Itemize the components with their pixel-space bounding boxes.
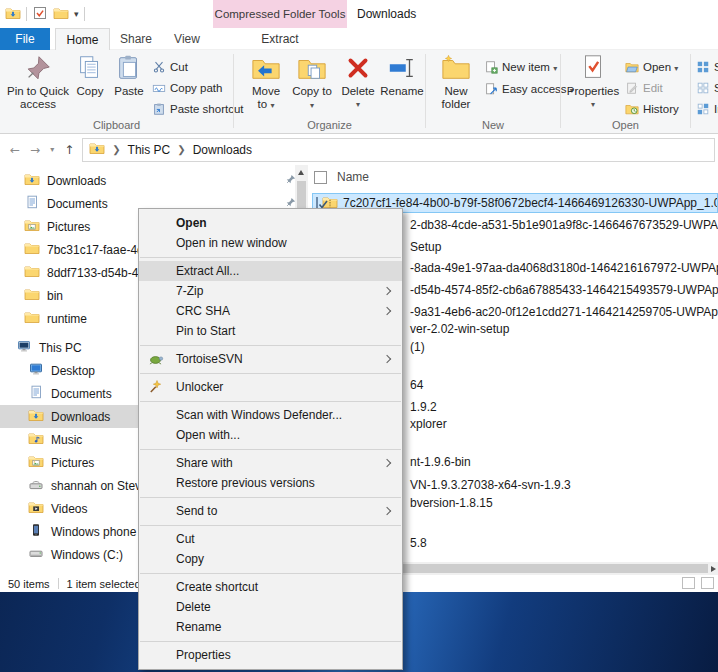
menu-item-cut[interactable]: Cut bbox=[139, 529, 402, 549]
menu-item-scan-with-windows-defender[interactable]: Scan with Windows Defender... bbox=[139, 405, 402, 425]
file-row[interactable]: xplorer bbox=[410, 417, 447, 433]
open-button[interactable]: Open ▾ bbox=[625, 58, 678, 76]
menu-item-delete[interactable]: Delete bbox=[139, 597, 402, 617]
file-row[interactable]: -9a31-4eb6-ac20-0f12e1cdd271-14642142597… bbox=[410, 305, 718, 321]
invert-selection-button[interactable]: Invert selection bbox=[696, 100, 718, 118]
tab-extract[interactable]: Extract bbox=[213, 28, 347, 50]
cut-button[interactable]: Cut bbox=[152, 58, 188, 76]
details-view-icon[interactable] bbox=[682, 577, 695, 589]
menu-separator bbox=[140, 257, 401, 258]
menu-item-tortoisesvn[interactable]: TortoiseSVN bbox=[139, 349, 402, 369]
recent-locations-icon[interactable]: ▾ bbox=[50, 145, 54, 154]
rename-button[interactable]: Rename bbox=[380, 53, 424, 98]
tortoise-icon bbox=[148, 351, 164, 373]
history-button[interactable]: History bbox=[625, 100, 679, 118]
menu-item-send-to[interactable]: Send to bbox=[139, 501, 402, 521]
new-item-button[interactable]: New item ▾ bbox=[484, 58, 557, 76]
paste-shortcut-button[interactable]: Paste shortcut bbox=[152, 100, 244, 118]
file-row[interactable]: -8ada-49e1-97aa-da4068d3180d-14642161679… bbox=[410, 261, 718, 277]
large-icons-view-icon[interactable] bbox=[701, 577, 714, 589]
file-row[interactable]: VN-1.9.3.27038-x64-svn-1.9.3 bbox=[410, 478, 571, 494]
tab-file[interactable]: File bbox=[0, 28, 50, 50]
properties-quick-icon[interactable] bbox=[32, 5, 48, 24]
breadcrumb-this-pc[interactable]: This PC bbox=[128, 143, 171, 157]
menu-item-rename[interactable]: Rename bbox=[139, 617, 402, 637]
copy-path-icon bbox=[152, 81, 166, 95]
clipboard-group-label: Clipboard bbox=[0, 119, 233, 131]
ribbon-group-clipboard: Pin to Quick access Copy Paste Cut Copy … bbox=[0, 50, 233, 133]
breadcrumb-downloads[interactable]: Downloads bbox=[193, 143, 252, 157]
back-icon[interactable]: ← bbox=[10, 143, 20, 157]
menu-item-properties[interactable]: Properties bbox=[139, 645, 402, 665]
ribbon: Pin to Quick access Copy Paste Cut Copy … bbox=[0, 50, 718, 134]
menu-item-crc-sha[interactable]: CRC SHA bbox=[139, 301, 402, 321]
menu-item-create-shortcut[interactable]: Create shortcut bbox=[139, 577, 402, 597]
menu-item-copy[interactable]: Copy bbox=[139, 549, 402, 569]
submenu-chevron-icon bbox=[383, 307, 391, 315]
file-row[interactable]: (1) bbox=[410, 340, 425, 356]
file-row[interactable]: ver-2.02-win-setup bbox=[410, 322, 509, 338]
tab-home[interactable]: Home bbox=[55, 28, 110, 50]
move-to-button[interactable]: Move to ▾ bbox=[246, 53, 286, 112]
select-none-button[interactable]: Select none bbox=[696, 79, 718, 97]
file-row[interactable]: 5.8 bbox=[410, 536, 427, 552]
menu-item-share-with[interactable]: Share with bbox=[139, 453, 402, 473]
menu-item-pin-to-start[interactable]: Pin to Start bbox=[139, 321, 402, 341]
menu-item-open-with[interactable]: Open with... bbox=[139, 425, 402, 445]
copy-path-button[interactable]: Copy path bbox=[152, 79, 222, 97]
select-all-label: Select all bbox=[714, 61, 718, 73]
delete-button[interactable]: Delete ▾ bbox=[338, 53, 378, 111]
properties-check-icon bbox=[32, 5, 48, 21]
location-icon bbox=[89, 140, 105, 156]
scissors-icon bbox=[152, 60, 166, 74]
menu-item-open-in-new-window[interactable]: Open in new window bbox=[139, 233, 402, 253]
copy-button[interactable]: Copy bbox=[72, 53, 108, 98]
ribbon-group-new: New folder New item ▾ Easy access ▾ New bbox=[426, 50, 560, 133]
submenu-chevron-icon bbox=[383, 355, 391, 363]
column-header-name[interactable]: Name bbox=[314, 170, 369, 184]
menu-item-restore-previous-versions[interactable]: Restore previous versions bbox=[139, 473, 402, 493]
file-row[interactable]: 64 bbox=[410, 378, 423, 394]
window-title: Downloads bbox=[357, 7, 416, 21]
select-all-button[interactable]: Select all bbox=[696, 58, 718, 76]
new-folder-quick-icon[interactable] bbox=[53, 5, 69, 24]
ribbon-group-select: Select all Select none Invert selection bbox=[691, 50, 718, 133]
menu-item-7-zip[interactable]: 7-Zip bbox=[139, 281, 402, 301]
address-input[interactable]: ❯ This PC ❯ Downloads bbox=[82, 138, 715, 162]
selection-count: 1 item selected bbox=[67, 578, 141, 590]
tab-share[interactable]: Share bbox=[110, 28, 162, 50]
up-icon[interactable]: ↑ bbox=[64, 143, 74, 157]
new-folder-button[interactable]: New folder bbox=[434, 53, 478, 111]
menu-item-extract-all[interactable]: Extract All... bbox=[139, 261, 402, 281]
downloads-folder-icon bbox=[5, 5, 21, 21]
properties-button[interactable]: Properties ▾ bbox=[567, 53, 619, 111]
file-row[interactable]: nt-1.9.6-bin bbox=[410, 455, 471, 471]
menu-item-open[interactable]: Open bbox=[139, 213, 402, 233]
rename-icon bbox=[387, 53, 417, 83]
select-all-checkbox[interactable] bbox=[314, 171, 327, 184]
menu-separator bbox=[140, 345, 401, 346]
divider bbox=[84, 7, 85, 21]
scroll-right-icon[interactable] bbox=[711, 566, 716, 572]
menu-item-unlocker[interactable]: Unlocker bbox=[139, 377, 402, 397]
contextual-tab-header: Compressed Folder Tools bbox=[213, 0, 347, 28]
scroll-up-icon[interactable] bbox=[298, 170, 304, 175]
file-row[interactable]: bversion-1.8.15 bbox=[410, 496, 493, 512]
copy-to-label: Copy to ▾ bbox=[292, 85, 332, 112]
edit-button[interactable]: Edit bbox=[625, 79, 663, 97]
file-row[interactable]: -d54b-4574-85f2-cb6a67885433-14642154935… bbox=[410, 283, 718, 299]
file-row[interactable]: 2-db38-4cde-a531-5b1e901a9f8c-1466467673… bbox=[410, 218, 718, 234]
file-row[interactable]: 1.9.2 bbox=[410, 400, 437, 416]
file-row[interactable]: Setup bbox=[410, 240, 441, 256]
paste-button[interactable]: Paste bbox=[110, 53, 148, 98]
forward-icon[interactable]: → bbox=[30, 143, 40, 157]
qat-customize-icon[interactable]: ▾ bbox=[74, 9, 79, 19]
pin-to-quick-access-button[interactable]: Pin to Quick access bbox=[6, 53, 70, 111]
pin-to-quick-access-label: Pin to Quick access bbox=[6, 85, 70, 111]
new-folder-label: New folder bbox=[434, 85, 478, 111]
desktop-icon bbox=[28, 361, 44, 377]
quick-access-toolbar: ▾ bbox=[0, 5, 85, 24]
copy-to-button[interactable]: Copy to ▾ bbox=[292, 53, 332, 112]
tab-view[interactable]: View bbox=[162, 28, 212, 50]
sidebar-item-downloads[interactable]: Downloads bbox=[0, 169, 295, 192]
